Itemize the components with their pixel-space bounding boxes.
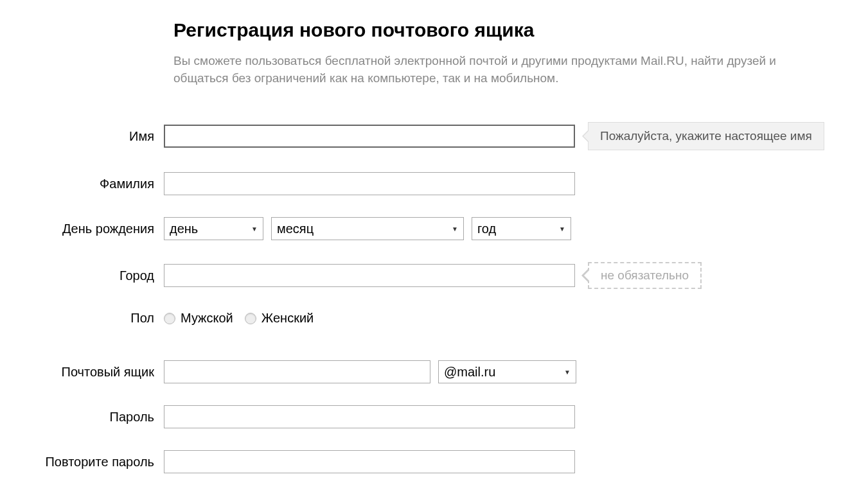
- chevron-down-icon: ▼: [251, 225, 258, 232]
- city-input[interactable]: [164, 264, 575, 287]
- gender-female-label: Женский: [261, 311, 314, 326]
- mailbox-input[interactable]: [164, 360, 430, 383]
- city-label: Город: [0, 268, 164, 283]
- city-optional-tooltip: не обязательно: [588, 262, 702, 289]
- page-title: Регистрация нового почтового ящика: [173, 19, 868, 41]
- birthday-year-value: год: [477, 222, 496, 236]
- chevron-down-icon: ▼: [559, 225, 565, 232]
- birthday-day-select[interactable]: день ▼: [164, 217, 263, 240]
- confirm-password-input[interactable]: [164, 450, 575, 473]
- last-name-label: Фамилия: [0, 177, 164, 191]
- mailbox-domain-value: @mail.ru: [444, 365, 495, 380]
- first-name-tooltip: Пожалуйста, укажите настоящее имя: [588, 122, 824, 150]
- password-label: Пароль: [0, 410, 164, 425]
- birthday-month-select[interactable]: месяц ▼: [271, 217, 464, 240]
- radio-icon: [164, 313, 175, 324]
- birthday-day-value: день: [170, 222, 198, 236]
- first-name-input[interactable]: [164, 125, 575, 148]
- confirm-password-label: Повторите пароль: [0, 455, 164, 469]
- first-name-label: Имя: [0, 129, 164, 144]
- last-name-input[interactable]: [164, 172, 575, 195]
- chevron-down-icon: ▼: [452, 225, 458, 232]
- mailbox-label: Почтовый ящик: [0, 365, 164, 380]
- gender-male-label: Мужской: [181, 311, 233, 326]
- birthday-year-select[interactable]: год ▼: [472, 217, 571, 240]
- birthday-label: День рождения: [0, 222, 164, 236]
- gender-female-radio[interactable]: Женский: [245, 311, 314, 326]
- password-input[interactable]: [164, 405, 575, 428]
- radio-icon: [245, 313, 256, 324]
- chevron-down-icon: ▼: [564, 369, 571, 376]
- page-subtitle: Вы сможете пользоваться бесплатной элект…: [173, 53, 816, 87]
- birthday-month-value: месяц: [277, 222, 314, 236]
- mailbox-domain-select[interactable]: @mail.ru ▼: [438, 360, 576, 383]
- gender-male-radio[interactable]: Мужской: [164, 311, 233, 326]
- gender-label: Пол: [0, 311, 164, 326]
